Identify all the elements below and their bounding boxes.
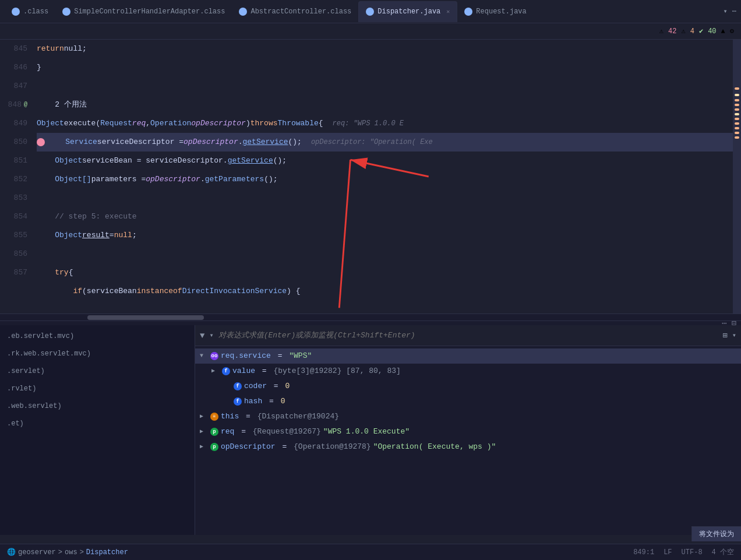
var-name-this: this: [221, 409, 239, 424]
line-ending: LF: [664, 548, 672, 557]
check-icon: ✔: [699, 27, 703, 36]
settings-icon[interactable]: ⚙: [730, 27, 734, 36]
tab-bar: .class SimpleControllerHandlerAdapter.cl…: [0, 0, 741, 23]
code-line-857: if (serviceBean instanceof DirectInvocat…: [37, 282, 733, 301]
var-name-req: req: [221, 424, 234, 439]
tab-label-dispatcher: Dispatcher.java: [377, 8, 440, 16]
tab-label-ac: AbstractController.class: [250, 8, 351, 16]
var-value-this: {Dispatcher@19024}: [257, 409, 339, 424]
horizontal-scrollbar[interactable]: [0, 314, 741, 320]
var-value-req-service: "WPS": [289, 348, 312, 364]
expand-icon[interactable]: ▲: [721, 27, 725, 36]
debug-variables-panel: ▼ ▾ ⊞ ▾ ▼ oo req.service = "WPS" ▶ f val…: [195, 325, 741, 535]
status-bar: 🌐 geoserver > ows > Dispatcher 849:1 LF …: [0, 544, 741, 560]
eval-icon[interactable]: ⊞: [722, 330, 727, 340]
var-eq-value: =: [257, 364, 271, 379]
tab-more-icon[interactable]: ⋯: [732, 7, 736, 16]
warn-count: 42: [668, 27, 676, 36]
var-expand-req-service[interactable]: ▼: [200, 348, 208, 364]
expression-input[interactable]: [218, 331, 718, 340]
var-row-hash[interactable]: f hash = 0: [195, 394, 741, 409]
debug-toolbar: ▼ ▾ ⊞ ▾: [195, 325, 741, 346]
code-content[interactable]: return null; } 2 个用法 Object execute( Req…: [32, 40, 733, 314]
close-tab-button[interactable]: ✕: [446, 8, 450, 15]
var-eq-hash: =: [264, 394, 278, 409]
line-numbers: 845 846 847 848 @ 849 850 851 852 853 85…: [0, 40, 32, 314]
set-file-label: 将文件设为: [699, 530, 734, 538]
var-value-hash: 0: [281, 394, 285, 409]
breadcrumb-globe-icon: 🌐: [7, 548, 16, 557]
tab-icon-sc: [62, 8, 70, 16]
code-line-855: [37, 245, 733, 263]
panel-separator: ⋯ ⊟: [0, 320, 741, 325]
var-expand-this[interactable]: ▶: [200, 409, 208, 424]
tab-simple-controller[interactable]: SimpleControllerHandlerAdapter.class: [55, 1, 232, 22]
code-line-856: try {: [37, 263, 733, 282]
var-eq-coder: =: [269, 379, 283, 394]
tab-icon-ac: [239, 8, 247, 16]
scroll-marker-yellow: [735, 94, 739, 96]
breadcrumb-sep2: >: [80, 548, 84, 557]
sidebar-item-5: .et): [0, 415, 195, 432]
code-line-847: [37, 77, 733, 96]
bottom-panel: .eb.servlet.mvc) .rk.web.servlet.mvc) .s…: [0, 325, 741, 535]
editor-area: 845 846 847 848 @ 849 850 851 852 853 85…: [0, 40, 741, 314]
scroll-marker-orange8: [735, 132, 739, 134]
sidebar-item-2: .servlet): [0, 362, 195, 380]
var-eq-req-service: =: [273, 348, 287, 364]
var-value-opDescriptor-str: "Operation( Execute, wps )": [373, 439, 496, 455]
var-row-coder[interactable]: f coder = 0: [195, 379, 741, 394]
var-row-opDescriptor[interactable]: ▶ p opDescriptor = {Operation@19278} "Op…: [195, 439, 741, 455]
var-expand-req[interactable]: ▶: [200, 424, 208, 439]
var-eq-req: =: [237, 424, 250, 439]
var-value-value: {byte[3]@19282} [87, 80, 83]: [273, 364, 400, 379]
debug-sidebar: .eb.servlet.mvc) .rk.web.servlet.mvc) .s…: [0, 325, 195, 535]
breadcrumb-geoserver: geoserver: [18, 548, 56, 557]
code-line-848: 2 个用法: [37, 96, 733, 114]
var-name-opDescriptor: opDescriptor: [221, 439, 276, 455]
var-value-req-str: "WPS 1.0.0 Execute": [323, 424, 410, 439]
orange-count: 4: [690, 27, 694, 36]
tab-class[interactable]: .class: [5, 1, 55, 22]
tab-icon-class: [12, 8, 20, 16]
var-row-value[interactable]: ▶ f value = {byte[3]@19282} [87, 80, 83]: [195, 364, 741, 379]
scroll-marker-orange2: [735, 99, 739, 101]
code-line-850: Object serviceBean = serviceDescriptor. …: [37, 152, 733, 170]
code-line-854: Object result = null ;: [37, 226, 733, 245]
sidebar-item-1: .rk.web.servlet.mvc): [0, 345, 195, 362]
editor-scrollbar[interactable]: [733, 40, 741, 314]
var-expand-value[interactable]: ▶: [211, 364, 220, 379]
var-row-req[interactable]: ▶ p req = {Request@19267} "WPS 1.0.0 Exe…: [195, 424, 741, 439]
set-file-hint[interactable]: 将文件设为: [691, 526, 741, 541]
var-name-value: value: [232, 364, 255, 379]
sidebar-item-0: .eb.servlet.mvc): [0, 327, 195, 345]
h-scroll-thumb[interactable]: [87, 315, 204, 320]
code-line-848b: Object execute( Request req , Operation …: [37, 114, 733, 133]
var-icon-req: p: [210, 428, 218, 436]
eval-dropdown-icon[interactable]: ▾: [732, 331, 736, 340]
sidebar-item-3: .rvlet): [0, 380, 195, 397]
var-expand-opDescriptor[interactable]: ▶: [200, 439, 208, 455]
var-icon-opDescriptor: p: [210, 443, 218, 451]
var-value-opDescriptor: {Operation@19278}: [294, 439, 371, 455]
filter-dropdown-icon[interactable]: ▾: [209, 331, 213, 340]
tab-dispatcher[interactable]: Dispatcher.java ✕: [358, 1, 457, 22]
var-icon-value: f: [222, 367, 230, 375]
tab-abstract-controller[interactable]: AbstractController.class: [232, 1, 358, 22]
var-row-req-service[interactable]: ▼ oo req.service = "WPS": [195, 348, 741, 364]
check-count: 40: [708, 27, 716, 36]
tab-dropdown-icon[interactable]: ▾: [724, 7, 728, 16]
var-value-req: {Request@19267}: [253, 424, 321, 439]
warn-icon: ⚠: [659, 27, 664, 36]
tab-right-controls: ▾ ⋯: [724, 7, 736, 16]
scroll-marker-orange9: [735, 136, 739, 139]
var-value-coder: 0: [285, 379, 290, 394]
var-icon-coder: f: [234, 382, 242, 390]
var-name-coder: coder: [244, 379, 267, 394]
warning-bar: ⚠42 ⚠4 ✔40 ▲ ⚙: [0, 23, 741, 40]
scroll-marker-orange3: [735, 104, 739, 106]
tab-request[interactable]: Request.java: [457, 1, 533, 22]
filter-icon[interactable]: ▼: [200, 331, 204, 340]
scroll-marker-orange7: [735, 127, 739, 129]
var-row-this[interactable]: ▶ ≡ this = {Dispatcher@19024}: [195, 409, 741, 424]
